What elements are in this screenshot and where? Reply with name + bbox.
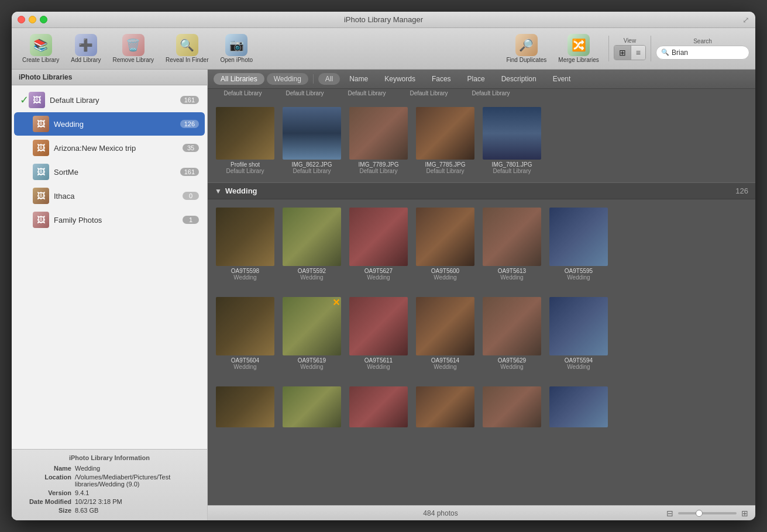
sidebar-item-default-library[interactable]: ✓ 🖼 Default Library 161 bbox=[14, 88, 205, 112]
zoom-fit-icon[interactable]: ⊞ bbox=[741, 509, 748, 518]
merge-libraries-button[interactable]: 🔀 Merge Libraries bbox=[553, 32, 603, 65]
arizona-library-name: Arizona:New Mexico trip bbox=[54, 144, 183, 153]
photo-oa9t5613[interactable]: OA9T5613 Wedding bbox=[480, 205, 544, 283]
photo-img7789[interactable]: IMG_7789.JPG Default Library bbox=[347, 105, 410, 177]
library-list: ✓ 🖼 Default Library 161 🖼 Wedding 126 🖼 bbox=[12, 85, 207, 449]
maximize-button[interactable] bbox=[40, 16, 47, 23]
tab-keywords[interactable]: Keywords bbox=[377, 73, 422, 85]
info-size-label: Size bbox=[19, 507, 71, 514]
search-icon: 🔍 bbox=[661, 49, 669, 56]
photo-oa9t5600[interactable]: OA9T5600 Wedding bbox=[414, 205, 477, 283]
sidebar-item-family-photos[interactable]: 🖼 Family Photos 1 bbox=[14, 208, 205, 232]
sidebar-item-ithaca[interactable]: 🖼 Ithaca 0 bbox=[14, 184, 205, 208]
remove-library-button[interactable]: 🗑️ Remove Library bbox=[108, 32, 159, 65]
tab-wedding[interactable]: Wedding bbox=[267, 73, 308, 85]
partial-lib-label-5: Default Library bbox=[462, 90, 520, 96]
minimize-button[interactable] bbox=[29, 16, 36, 23]
photo-row3-4[interactable] bbox=[414, 384, 477, 430]
photo-profile-shot[interactable]: Profile shot Default Library bbox=[214, 105, 277, 177]
tab-place[interactable]: Place bbox=[460, 73, 492, 85]
default-library-icon: 🖼 bbox=[29, 92, 45, 108]
sidebar-item-sortme[interactable]: 🖼 SortMe 161 bbox=[14, 160, 205, 184]
photo-oa9t5604[interactable]: OA9T5604 Wedding bbox=[214, 295, 277, 372]
photo-name-5611: OA9T5611 bbox=[364, 357, 393, 364]
photo-lib-5614: Wedding bbox=[434, 364, 456, 370]
photo-name-7801: IMG_7801.JPG bbox=[492, 161, 532, 168]
list-view-button[interactable]: ≡ bbox=[631, 46, 645, 60]
tab-faces[interactable]: Faces bbox=[425, 73, 458, 85]
status-right: ⊟ ⊞ bbox=[666, 509, 748, 518]
photo-oa9t5614[interactable]: OA9T5614 Wedding bbox=[414, 295, 477, 372]
photo-row3-1[interactable] bbox=[214, 384, 277, 430]
photo-name-5592: OA9T5592 bbox=[298, 268, 326, 274]
photo-lib-5619: Wedding bbox=[300, 364, 323, 370]
photo-lib-5613: Wedding bbox=[500, 274, 523, 281]
open-iphoto-icon: 📷 bbox=[225, 34, 247, 56]
default-library-count: 161 bbox=[180, 96, 199, 104]
wedding-library-name: Wedding bbox=[54, 120, 180, 129]
zoom-thumb[interactable] bbox=[696, 510, 703, 517]
photo-row3-3[interactable] bbox=[347, 384, 410, 430]
photo-row3-5[interactable] bbox=[480, 384, 544, 430]
zoom-out-icon[interactable]: ⊟ bbox=[666, 509, 673, 518]
wedding-section-count: 126 bbox=[735, 186, 748, 195]
photo-name-5595: OA9T5595 bbox=[565, 268, 593, 274]
search-input[interactable] bbox=[672, 49, 755, 57]
open-iphoto-button[interactable]: 📷 Open iPhoto bbox=[215, 32, 257, 65]
close-button[interactable] bbox=[18, 16, 25, 23]
expand-icon[interactable]: ⤢ bbox=[742, 15, 749, 25]
add-library-label: Add Library bbox=[71, 57, 101, 63]
merge-libraries-label: Merge Libraries bbox=[558, 57, 599, 63]
add-library-button[interactable]: ➕ Add Library bbox=[66, 32, 105, 65]
info-size-value: 8.63 GB bbox=[75, 507, 98, 514]
reveal-in-finder-button[interactable]: 🔍 Reveal In Finder bbox=[161, 32, 213, 65]
tab-name[interactable]: Name bbox=[342, 73, 375, 85]
photo-oa9t5598[interactable]: OA9T5598 Wedding bbox=[214, 205, 277, 283]
create-library-icon: 📚 bbox=[30, 34, 52, 56]
info-row-size: Size 8.63 GB bbox=[19, 507, 200, 514]
family-photos-library-count: 1 bbox=[183, 216, 199, 224]
remove-library-label: Remove Library bbox=[113, 57, 154, 63]
info-version-label: Version bbox=[19, 489, 71, 496]
photo-lib-5594: Wedding bbox=[567, 364, 590, 370]
photo-img7785[interactable]: IMG_7785.JPG Default Library bbox=[414, 105, 477, 177]
sidebar: iPhoto Libraries ✓ 🖼 Default Library 161… bbox=[12, 70, 208, 520]
sidebar-item-arizona[interactable]: 🖼 Arizona:New Mexico trip 35 bbox=[14, 136, 205, 160]
photo-oa9t5619[interactable]: ✕ OA9T5619 Wedding bbox=[280, 295, 343, 372]
photo-img8622[interactable]: IMG_8622.JPG Default Library bbox=[280, 105, 343, 177]
duplicate-x-icon: ✕ bbox=[332, 298, 340, 308]
grid-view-button[interactable]: ⊞ bbox=[614, 46, 631, 60]
photo-name-profile: Profile shot bbox=[231, 161, 260, 168]
photo-row3-2[interactable] bbox=[280, 384, 343, 430]
tab-event[interactable]: Event bbox=[546, 73, 578, 85]
tab-description[interactable]: Description bbox=[494, 73, 544, 85]
photo-oa9t5594[interactable]: OA9T5594 Wedding bbox=[547, 295, 610, 372]
info-name-value: Wedding bbox=[75, 465, 100, 472]
photo-oa9t5611[interactable]: OA9T5611 Wedding bbox=[347, 295, 410, 372]
photo-oa9t5595[interactable]: OA9T5595 Wedding bbox=[547, 205, 610, 283]
zoom-slider[interactable] bbox=[678, 512, 737, 514]
photo-name-5613: OA9T5613 bbox=[498, 268, 526, 274]
photo-oa9t5592[interactable]: OA9T5592 Wedding bbox=[280, 205, 343, 283]
remove-library-icon: 🗑️ bbox=[122, 34, 145, 56]
photo-oa9t5629[interactable]: OA9T5629 Wedding bbox=[480, 295, 544, 372]
info-row-date: Date Modified 10/2/12 3:18 PM bbox=[19, 498, 200, 505]
photo-row3-6[interactable] bbox=[547, 384, 610, 430]
photo-name-7785: IMG_7785.JPG bbox=[425, 161, 466, 168]
photo-img7801[interactable]: IMG_7801.JPG Default Library bbox=[480, 105, 544, 177]
open-iphoto-label: Open iPhoto bbox=[220, 57, 253, 63]
photo-lib-5600: Wedding bbox=[434, 274, 456, 281]
arizona-library-count: 35 bbox=[183, 144, 199, 152]
wedding-collapse-triangle[interactable]: ▼ bbox=[215, 187, 222, 195]
create-library-button[interactable]: 📚 Create Library bbox=[18, 32, 64, 65]
tab-all[interactable]: All bbox=[318, 73, 340, 85]
photo-name-5600: OA9T5600 bbox=[431, 268, 459, 274]
find-duplicates-button[interactable]: 🔎 Find Duplicates bbox=[501, 32, 551, 65]
tab-all-libraries[interactable]: All Libraries bbox=[214, 73, 264, 85]
sidebar-item-wedding[interactable]: 🖼 Wedding 126 bbox=[14, 112, 205, 136]
partial-header-row: Default Library Default Library Default … bbox=[208, 89, 755, 99]
view-controls: View ⊞ ≡ bbox=[614, 37, 646, 60]
photo-name-5629: OA9T5629 bbox=[498, 357, 526, 364]
toolbar-separator-2 bbox=[651, 36, 651, 61]
photo-oa9t5627[interactable]: OA9T5627 Wedding bbox=[347, 205, 410, 283]
